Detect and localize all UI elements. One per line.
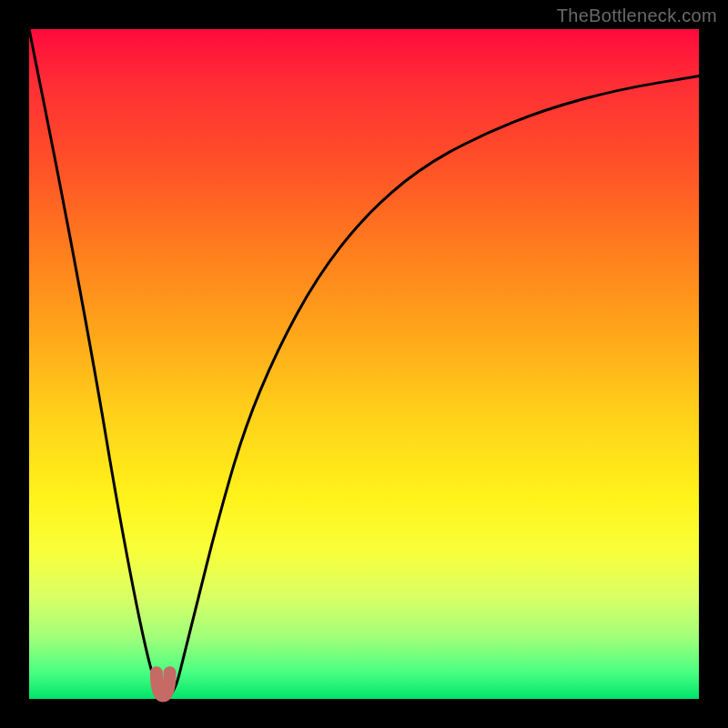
- optimal-marker: [157, 672, 170, 695]
- bottleneck-curve: [29, 29, 699, 696]
- chart-plot-area: [29, 29, 699, 699]
- curve-layer: [29, 29, 699, 699]
- chart-frame: TheBottleneck.com: [0, 0, 728, 728]
- watermark-text: TheBottleneck.com: [557, 5, 717, 26]
